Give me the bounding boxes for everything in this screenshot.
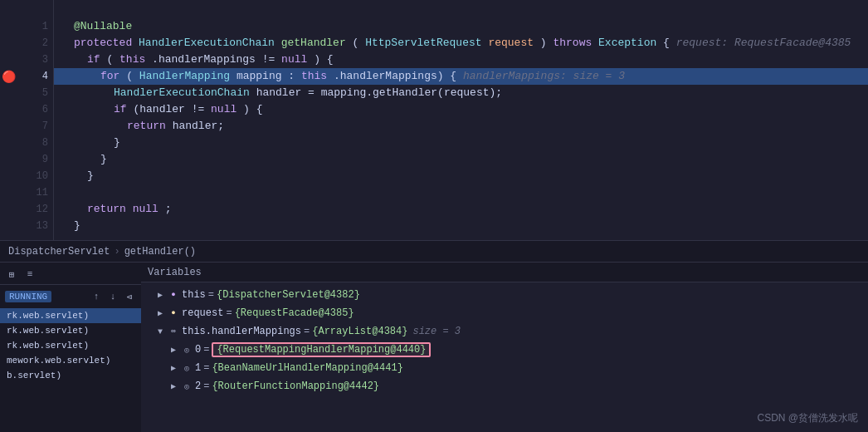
- code-line-6: if (handler != null ) {: [54, 101, 868, 118]
- stack-item-2[interactable]: rk.web.servlet): [0, 338, 141, 353]
- highlighted-value-0: {RequestMappingHandlerMapping@4440}: [212, 342, 431, 357]
- var-row-this[interactable]: ▶ ● this = {DispatcherServlet@4382}: [141, 286, 868, 304]
- debug-left-panel: ⊞ ≡ RUNNING ↑ ↓ ⊲ rk.web.servlet) rk.web…: [0, 263, 141, 432]
- var-icon-2: ◎: [181, 380, 193, 392]
- grid-icon[interactable]: ⊞: [5, 268, 18, 281]
- list-icon[interactable]: ≡: [23, 268, 37, 281]
- code-line-11: [54, 184, 868, 201]
- var-toggle-this[interactable]: ▶: [154, 289, 166, 301]
- var-icon-request: ●: [168, 307, 179, 319]
- line-numbers: 1 2 3 4 5 6 7 8 9 10 11 12 13: [17, 0, 54, 240]
- variables-label: Variables: [148, 267, 202, 278]
- stack-item-1[interactable]: rk.web.servlet): [0, 323, 141, 338]
- var-icon-0: ◎: [181, 344, 193, 356]
- var-toggle-2[interactable]: ▶: [168, 380, 179, 392]
- code-line: [54, 2, 868, 18]
- watermark: CSDN @贫僧洗发水呢: [757, 411, 858, 425]
- var-row-handlermappings[interactable]: ▼ ∞ this.handlerMappings = {ArrayList@43…: [141, 322, 868, 341]
- breakpoint-icon[interactable]: 🔴: [0, 68, 17, 85]
- arrow-up-btn[interactable]: ↑: [90, 290, 103, 303]
- filter-btn[interactable]: ⊲: [123, 290, 136, 303]
- var-toggle-request[interactable]: ▶: [154, 307, 166, 319]
- var-icon-handlermappings: ∞: [168, 326, 179, 337]
- var-toggle-1[interactable]: ▶: [168, 362, 179, 374]
- code-line-5: HandlerExecutionChain handler = mapping.…: [54, 85, 868, 101]
- variables-panel: Variables ▶ ● this = {DispatcherServlet@…: [141, 263, 868, 432]
- code-line-13: }: [54, 218, 868, 234]
- code-line-10: }: [54, 168, 868, 184]
- running-badge: RUNNING: [5, 291, 51, 302]
- code-line-1: @Nullable: [54, 18, 868, 35]
- code-editor: 🔴 1 2 3 4 5 6 7 8 9 10 11 12 13: [0, 0, 868, 241]
- breadcrumb: DispatcherServlet › getHandler(): [0, 241, 868, 263]
- code-line-4: for ( HandlerMapping mapping : this .han…: [54, 68, 868, 85]
- debug-panel: ⊞ ≡ RUNNING ↑ ↓ ⊲ rk.web.servlet) rk.web…: [0, 263, 868, 432]
- stack-item-3[interactable]: mework.web.servlet): [0, 353, 141, 368]
- code-line-9: }: [54, 151, 868, 168]
- var-toggle-handlermappings[interactable]: ▼: [154, 326, 166, 337]
- breadcrumb-method[interactable]: getHandler(): [124, 246, 196, 258]
- code-line-12: return null ;: [54, 201, 868, 218]
- var-icon-1: ◎: [181, 362, 193, 374]
- var-toggle-0[interactable]: ▶: [168, 344, 179, 356]
- var-row-request[interactable]: ▶ ● request = {RequestFacade@4385}: [141, 304, 868, 322]
- stack-item-0[interactable]: rk.web.servlet): [0, 308, 141, 323]
- breadcrumb-class[interactable]: DispatcherServlet: [8, 246, 110, 258]
- arrow-down-btn[interactable]: ↓: [106, 290, 119, 303]
- code-line-2: protected HandlerExecutionChain getHandl…: [54, 35, 868, 52]
- variables-header: Variables: [141, 263, 868, 282]
- var-row-1[interactable]: ▶ ◎ 1 = {BeanNameUrlHandlerMapping@4441}: [141, 359, 868, 377]
- var-icon-this: ●: [168, 289, 179, 301]
- var-row-0[interactable]: ▶ ◎ 0 = {RequestMappingHandlerMapping@44…: [141, 341, 868, 359]
- code-line-3: if ( this .handlerMappings != null ) {: [54, 52, 868, 68]
- breadcrumb-separator: ›: [114, 246, 119, 258]
- code-line-8: }: [54, 135, 868, 151]
- variables-tree: ▶ ● this = {DispatcherServlet@4382} ▶ ● …: [141, 282, 868, 399]
- stack-item-4[interactable]: b.servlet): [0, 368, 141, 383]
- gutter-icons: 🔴: [0, 0, 17, 240]
- var-row-2[interactable]: ▶ ◎ 2 = {RouterFunctionMapping@4442}: [141, 377, 868, 395]
- debug-top-controls: ⊞ ≡: [0, 263, 141, 285]
- code-line-7: return handler;: [54, 118, 868, 135]
- code-lines: @Nullable protected HandlerExecutionChai…: [54, 0, 868, 240]
- running-controls: RUNNING ↑ ↓ ⊲: [0, 288, 141, 305]
